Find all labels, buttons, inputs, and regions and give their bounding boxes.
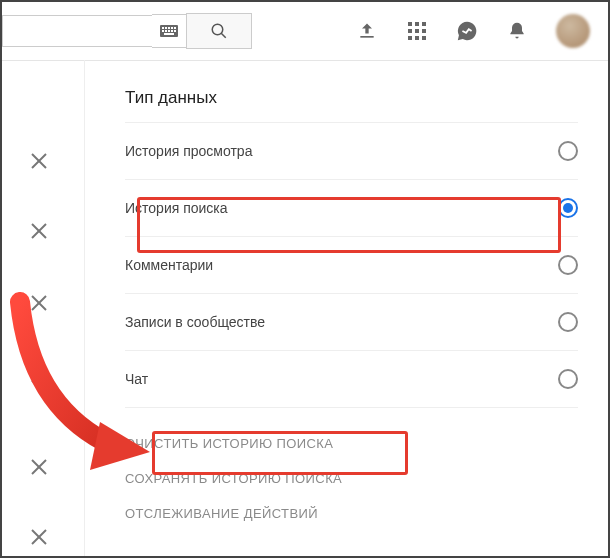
keyboard-icon[interactable] — [152, 14, 186, 48]
option-community-posts[interactable]: Записи в сообществе — [125, 293, 578, 350]
option-chat[interactable]: Чат — [125, 350, 578, 407]
search-icon — [210, 22, 228, 40]
option-label: История просмотра — [125, 143, 252, 159]
option-label: Записи в сообществе — [125, 314, 265, 330]
close-icon[interactable] — [30, 528, 52, 550]
bell-icon[interactable] — [506, 20, 528, 42]
content-area: Тип данных История просмотра История пои… — [2, 60, 608, 556]
left-column — [2, 60, 84, 556]
svg-rect-8 — [168, 30, 170, 32]
action-save-search-history[interactable]: СОХРАНЯТЬ ИСТОРИЮ ПОИСКА — [125, 461, 578, 496]
svg-rect-11 — [164, 33, 174, 35]
close-icon[interactable] — [30, 366, 52, 388]
svg-rect-16 — [415, 22, 419, 26]
svg-rect-5 — [174, 27, 176, 29]
messages-icon[interactable] — [456, 20, 478, 42]
svg-rect-20 — [422, 29, 426, 33]
svg-rect-22 — [415, 36, 419, 40]
radio-icon — [558, 312, 578, 332]
upload-icon[interactable] — [356, 20, 378, 42]
svg-rect-9 — [171, 30, 173, 32]
actions-block: ОЧИСТИТЬ ИСТОРИЮ ПОИСКА СОХРАНЯТЬ ИСТОРИ… — [125, 407, 578, 531]
close-icon[interactable] — [30, 294, 52, 316]
radio-icon — [558, 255, 578, 275]
settings-panel: Тип данных История просмотра История пои… — [84, 60, 608, 556]
top-bar — [2, 2, 608, 61]
close-icon[interactable] — [30, 222, 52, 244]
action-activity-tracking[interactable]: ОТСЛЕЖИВАНИЕ ДЕЙСТВИЙ — [125, 496, 578, 531]
section-title: Тип данных — [125, 88, 578, 108]
apps-grid-icon[interactable] — [406, 20, 428, 42]
option-label: История поиска — [125, 200, 228, 216]
top-icon-bar — [356, 14, 608, 48]
radio-icon — [558, 141, 578, 161]
search-button[interactable] — [186, 13, 252, 49]
svg-rect-2 — [165, 27, 167, 29]
svg-rect-1 — [162, 27, 164, 29]
svg-rect-10 — [174, 30, 176, 32]
svg-rect-3 — [168, 27, 170, 29]
option-search-history[interactable]: История поиска — [125, 179, 578, 236]
svg-rect-19 — [415, 29, 419, 33]
option-watch-history[interactable]: История просмотра — [125, 122, 578, 179]
action-clear-search-history[interactable]: ОЧИСТИТЬ ИСТОРИЮ ПОИСКА — [125, 426, 578, 461]
search-input[interactable] — [2, 15, 152, 47]
svg-line-13 — [221, 33, 226, 38]
svg-rect-4 — [171, 27, 173, 29]
svg-rect-6 — [162, 30, 164, 32]
svg-point-12 — [212, 24, 223, 35]
svg-rect-15 — [408, 22, 412, 26]
svg-rect-14 — [360, 36, 373, 38]
option-comments[interactable]: Комментарии — [125, 236, 578, 293]
svg-rect-17 — [422, 22, 426, 26]
svg-rect-23 — [422, 36, 426, 40]
search-box — [2, 14, 252, 48]
option-label: Чат — [125, 371, 148, 387]
radio-icon — [558, 369, 578, 389]
svg-rect-7 — [165, 30, 167, 32]
window-frame: Тип данных История просмотра История пои… — [0, 0, 610, 558]
option-label: Комментарии — [125, 257, 213, 273]
close-icon[interactable] — [30, 458, 52, 480]
close-icon[interactable] — [30, 152, 52, 174]
radio-icon — [558, 198, 578, 218]
avatar[interactable] — [556, 14, 590, 48]
svg-rect-21 — [408, 36, 412, 40]
svg-rect-18 — [408, 29, 412, 33]
